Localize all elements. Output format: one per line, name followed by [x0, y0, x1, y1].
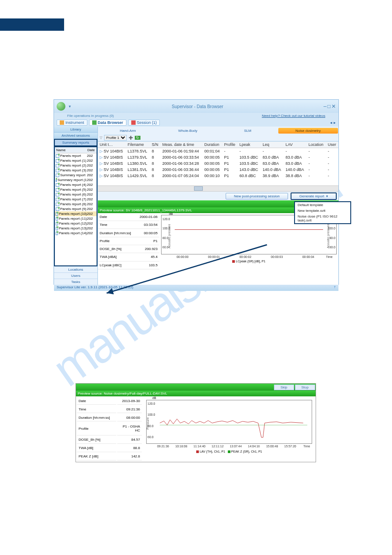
window-title: Supervisor - Data Browser: [72, 104, 324, 109]
help-link[interactable]: Need help? Check out our tutorial videos: [262, 114, 325, 118]
tree-row[interactable]: Summary report (1)202: [55, 178, 97, 182]
tree-row[interactable]: Panels report (14)202: [55, 231, 97, 236]
funnel-icon[interactable]: ▽: [100, 136, 102, 140]
column-header[interactable]: User: [326, 141, 338, 148]
minimize-icon[interactable]: –: [324, 103, 327, 109]
play-icon[interactable]: ▷: [100, 174, 103, 178]
tree-row[interactable]: Summary report202: [55, 173, 97, 178]
tree-row[interactable]: Panels report (4)202: [55, 182, 97, 187]
table-row[interactable]: ▷SV 104BISL1429.SVL82000-01-07 05:24:040…: [98, 173, 338, 179]
tree-row[interactable]: Panels report (5)202: [55, 187, 97, 192]
archived-header[interactable]: Archived sessions: [54, 133, 97, 139]
document-icon: [56, 212, 58, 216]
table-row[interactable]: ▷SV 104BISL1381.SVL82000-01-06 03:36:440…: [98, 167, 338, 173]
column-header[interactable]: Location: [307, 141, 326, 148]
instrument-icon: [60, 120, 64, 125]
document-icon: [56, 169, 59, 172]
quick-access[interactable]: ▼: [68, 105, 72, 109]
table-row[interactable]: ▷SV 104BISL1378.SVL82000-01-06 01:59:440…: [98, 148, 338, 155]
menu-new-template[interactable]: New template.svlt: [295, 208, 350, 214]
play-icon[interactable]: ▷: [100, 149, 103, 153]
left-panel: Library Archived sessions Summary report…: [54, 127, 98, 285]
table-row[interactable]: ▷SV 104BISL1380.SVL82000-01-06 03:34:280…: [98, 160, 338, 167]
new-session-button[interactable]: New post-processing session: [226, 193, 288, 200]
col-date[interactable]: Date: [87, 147, 97, 153]
tab-data-browser[interactable]: Data Browser: [89, 120, 126, 126]
document-icon: [56, 222, 58, 225]
preview-row: TWA [dB]88.8: [77, 445, 142, 452]
file-ops-text: File operations in progress (0): [67, 114, 114, 118]
col-name[interactable]: Name: [55, 147, 87, 153]
locations-section[interactable]: Locations: [54, 266, 97, 272]
reports-tree[interactable]: Name Date Panels report202Panels report …: [54, 146, 97, 266]
column-header[interactable]: Duration: [202, 141, 222, 148]
play-icon[interactable]: ▷: [100, 167, 103, 172]
column-header[interactable]: Meas. date & time: [161, 141, 203, 148]
horizontal-scrollbar[interactable]: [98, 185, 338, 192]
play-icon[interactable]: ▷: [100, 155, 103, 160]
document-icon: [56, 207, 59, 211]
preview-header-2: Preview source: Noise dosimetry/Full-day…: [76, 391, 316, 396]
app-orb-icon[interactable]: [57, 102, 65, 111]
tasks-section[interactable]: Tasks: [54, 279, 97, 285]
preview-row: Duration [hh:mm:ss]00:00:05: [98, 229, 159, 237]
tab-noise-dosimetry[interactable]: Noise dosimetry: [278, 128, 338, 134]
preview-row: Duration [hh:mm:ss]08:00:00: [77, 414, 142, 421]
library-header[interactable]: Library: [54, 127, 97, 133]
table-row[interactable]: ▷SV 104BISL1379.SVL82000-01-06 03:33:540…: [98, 154, 338, 160]
tree-row[interactable]: Panels report (13)202: [55, 226, 97, 231]
tree-row[interactable]: Panels report (9)202: [55, 207, 97, 211]
tree-row[interactable]: Panels report (3)202: [55, 168, 97, 173]
tab-session[interactable]: Session (1): [128, 120, 160, 126]
column-header[interactable]: Profile: [222, 141, 237, 148]
tab-hand-arm[interactable]: Hand-Arm: [98, 128, 158, 134]
profile-select[interactable]: Profile 1: [104, 135, 127, 141]
tree-row[interactable]: Panels report (12)202: [55, 221, 97, 226]
menu-default-template[interactable]: Default template: [295, 202, 350, 208]
document-icon: [56, 178, 57, 182]
remove-profile-icon[interactable]: ↻: [135, 136, 140, 140]
tree-row[interactable]: Panels report (11)202: [55, 216, 97, 221]
users-section[interactable]: Users: [54, 272, 97, 279]
tree-row[interactable]: Panels report (10)202: [55, 211, 97, 216]
tree-row[interactable]: Panels report (6)202: [55, 192, 97, 197]
action-bar: New post-processing session Generate rep…: [98, 192, 338, 200]
preview-panel-2: Skip Stop Preview source: Noise dosimetr…: [76, 383, 316, 462]
chart-legend: LCpeak (SR) [dB], P1: [161, 260, 337, 263]
summary-header[interactable]: Summary reports: [54, 139, 97, 146]
column-header[interactable]: Filename: [126, 141, 150, 148]
tab-instrument[interactable]: Instrument: [57, 120, 87, 126]
preview-chart-2: dB Pressure 120.0 100.0 80.0 60.0 09:21:…: [143, 396, 316, 461]
title-bar: ▼ Supervisor - Data Browser – □ ✕: [54, 100, 338, 113]
preview-row: Time09:21:36: [77, 406, 142, 413]
document-icon: [56, 183, 59, 187]
column-header[interactable]: LAV: [284, 141, 306, 148]
preview-row: PEAK Z [dB]142.8: [77, 453, 142, 461]
maximize-icon[interactable]: □: [327, 103, 331, 109]
skip-button-2[interactable]: Skip: [274, 385, 294, 390]
data-grid[interactable]: Unit t…FilenameS/NMeas. date & timeDurat…: [98, 141, 338, 179]
play-icon[interactable]: ▷: [100, 161, 103, 166]
close-icon[interactable]: ✕: [331, 103, 336, 109]
tab-nav-arrows[interactable]: ◂ ▸: [330, 120, 336, 125]
tree-row[interactable]: Panels report (1)202: [55, 158, 97, 163]
generate-report-button[interactable]: Generate report ▾ Default template New t…: [291, 192, 337, 200]
tree-row[interactable]: Panels report (8)202: [55, 202, 97, 207]
profile-bar: ▽ Profile 1 ➕ ↻: [98, 134, 338, 141]
stop-button-2[interactable]: Stop: [295, 385, 315, 390]
menu-noise-dose[interactable]: Noise dose (P1 ISO 9612 task).svlt: [295, 214, 350, 223]
tree-row[interactable]: Panels report202: [55, 153, 97, 158]
add-profile-icon[interactable]: ➕: [129, 136, 133, 140]
column-header[interactable]: S/N: [150, 141, 161, 148]
tree-row[interactable]: Panels report (7)202: [55, 197, 97, 202]
chart-box-2[interactable]: Pressure 120.0 100.0 80.0 60.0 09:21:36 …: [146, 400, 312, 444]
column-header[interactable]: Leq: [261, 141, 284, 148]
tab-slm[interactable]: SLM: [218, 128, 278, 134]
document-icon: [56, 188, 59, 192]
preview-row: Date2013-09-30: [77, 397, 142, 405]
column-header[interactable]: Unit t…: [98, 141, 126, 148]
preview-row: DOSE_8h [%]84.57: [77, 436, 142, 444]
tree-row[interactable]: Panels report (2)202: [55, 163, 97, 168]
column-header[interactable]: Lpeak: [237, 141, 261, 148]
tab-whole-body[interactable]: Whole-Body: [158, 128, 218, 134]
